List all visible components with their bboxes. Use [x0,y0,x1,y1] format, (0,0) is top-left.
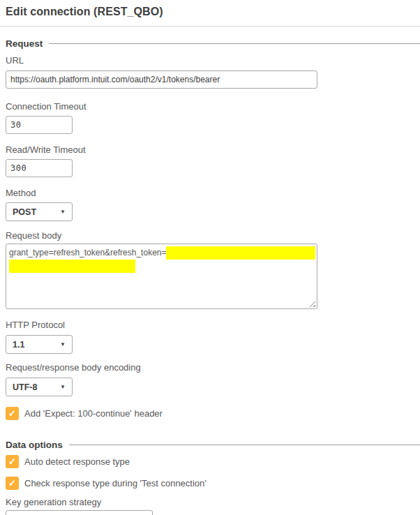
check-response-type-checkbox-label[interactable]: Check response type during 'Test connect… [24,477,207,490]
expect-continue-checkbox[interactable]: ✓ [6,407,19,420]
section-data-options-rule [69,445,420,445]
chevron-down-icon: ▼ [60,209,66,215]
expect-continue-checkbox-label[interactable]: Add 'Expect: 100-continue' header [24,407,163,420]
request-body-line1: grant_type=refresh_token&refresh_token= [9,246,315,260]
auto-detect-checkbox[interactable]: ✓ [6,455,19,468]
checkmark-icon: ✓ [8,409,16,418]
http-protocol-dropdown[interactable]: 1.1 ▼ [6,335,73,354]
section-request-rule [49,43,420,44]
check-response-type-checkbox[interactable]: ✓ [6,477,19,490]
method-label: Method [6,188,36,198]
section-header-request: Request [6,37,420,50]
dialog-header: Edit connection (REST_QBO) [0,0,420,27]
http-protocol-label: HTTP Protocol [6,320,65,330]
request-body-text: grant_type=refresh_token&refresh_token= [9,246,166,260]
read-write-timeout-input[interactable] [6,159,73,177]
expect-continue-checkbox-row: ✓ Add 'Expect: 100-continue' header [6,407,163,420]
method-selected-value: POST [13,207,36,217]
url-input[interactable] [6,70,317,89]
checkmark-icon: ✓ [8,457,16,466]
redaction-highlight-1 [166,246,315,260]
key-generation-strategy-dropdown[interactable] [6,510,153,515]
request-body-label: Request body [6,230,61,241]
url-label: URL [6,55,24,66]
dialog-title: Edit connection (REST_QBO) [6,6,163,18]
key-generation-strategy-label: Key generation strategy [6,497,101,507]
connection-timeout-label: Connection Timeout [6,101,87,112]
chevron-down-icon: ▼ [60,385,66,390]
redaction-highlight-2 [9,260,135,273]
body-encoding-label: Request/response body encoding [6,362,141,373]
read-write-timeout-label: Read/Write Timeout [6,144,86,155]
body-encoding-dropdown[interactable]: UTF-8 ▼ [6,378,73,396]
auto-detect-checkbox-row: ✓ Auto detect response type [6,455,130,468]
method-dropdown[interactable]: POST ▼ [6,202,73,221]
request-body-textarea[interactable]: grant_type=refresh_token&refresh_token= [6,244,317,309]
checkmark-icon: ✓ [8,479,16,488]
textarea-resize-handle[interactable] [308,300,315,307]
edit-connection-dialog: Edit connection (REST_QBO) Request URL C… [0,0,420,515]
section-request-label: Request [6,38,43,49]
auto-detect-checkbox-label[interactable]: Auto detect response type [24,455,130,468]
check-response-type-checkbox-row: ✓ Check response type during 'Test conne… [6,477,207,490]
chevron-down-icon: ▼ [60,342,66,348]
section-header-data-options: Data options [6,438,420,451]
section-data-options-label: Data options [6,440,63,450]
connection-timeout-input[interactable] [6,116,73,134]
http-protocol-selected-value: 1.1 [13,340,24,350]
body-encoding-selected-value: UTF-8 [13,382,37,392]
